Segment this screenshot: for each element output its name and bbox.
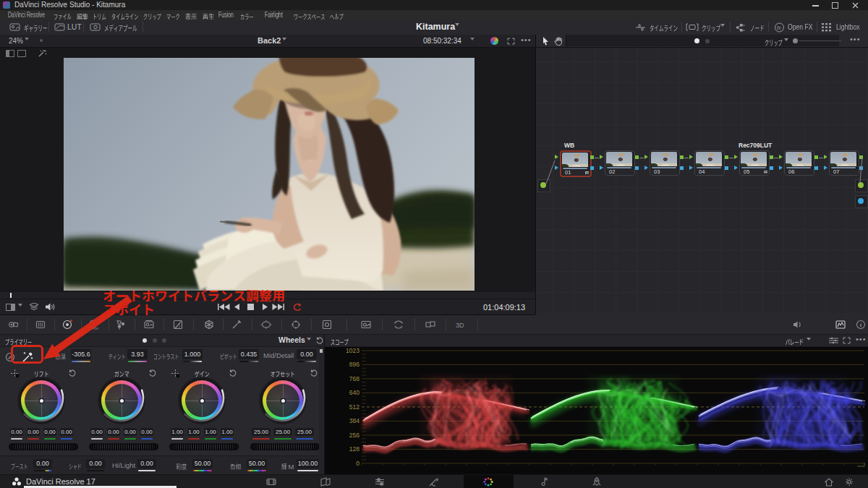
svg-text:1023: 1023 bbox=[346, 347, 359, 354]
svg-text:384: 384 bbox=[349, 417, 359, 424]
svg-text:896: 896 bbox=[349, 361, 359, 368]
svg-text:128: 128 bbox=[349, 445, 359, 453]
svg-text:512: 512 bbox=[349, 403, 359, 411]
svg-text:640: 640 bbox=[349, 389, 359, 396]
svg-text:fx: fx bbox=[777, 25, 781, 30]
svg-text:0: 0 bbox=[356, 460, 359, 467]
svg-text:3D: 3D bbox=[456, 322, 464, 329]
svg-text:768: 768 bbox=[349, 375, 359, 382]
svg-text:256: 256 bbox=[349, 432, 359, 439]
